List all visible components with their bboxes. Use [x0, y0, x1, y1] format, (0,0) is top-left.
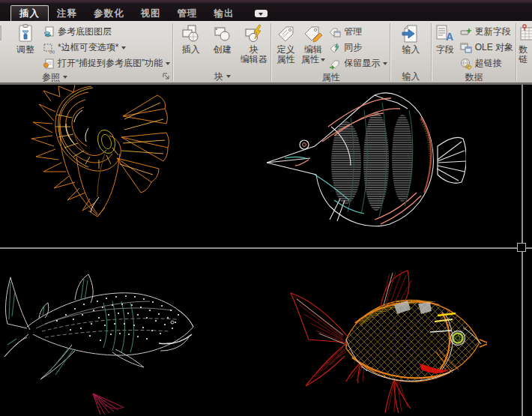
- block-create-button[interactable]: 创建: [207, 22, 238, 55]
- block-create-icon: [213, 24, 232, 43]
- data-link-button[interactable]: 数 链: [517, 22, 532, 64]
- update-fields-button[interactable]: 更新字段: [458, 24, 516, 40]
- drawing-canvas[interactable]: [0, 85, 532, 416]
- sync-attributes-label: 同步: [344, 41, 362, 54]
- panel-label-data: 数据: [432, 71, 516, 83]
- crosshair-pickbox: [517, 243, 526, 252]
- data-link-icon: [519, 24, 532, 43]
- drawing-butterflyfish[interactable]: [262, 88, 466, 235]
- panel-block: 插入 创建 块 编辑器 块: [174, 21, 270, 82]
- block-create-label: 创建: [214, 45, 232, 55]
- drawing-goldfish[interactable]: [283, 268, 498, 415]
- ole-object-label: OLE 对象: [475, 41, 513, 54]
- data-link-label-line2: 链: [519, 55, 528, 64]
- ribbon: 裁 调整: [0, 21, 532, 85]
- retain-display-label: 保留显示: [344, 57, 380, 70]
- frames-vary-label: *边框可变选项*: [58, 41, 118, 54]
- update-fields-label: 更新字段: [475, 25, 511, 38]
- tab-annotate[interactable]: 注释: [49, 6, 85, 21]
- panel-data: A 字段 更新字段 OLE 对象: [432, 21, 516, 82]
- block-editor-button[interactable]: 块 编辑器: [238, 22, 270, 64]
- edit-attributes-label-line2: 属性: [301, 55, 319, 64]
- snap-to-underlay-label: 打开“捕捉到参考底图”功能: [58, 57, 163, 70]
- sync-attributes-button[interactable]: 同步: [327, 40, 390, 55]
- dropdown-arrow-icon: [166, 62, 170, 67]
- retain-display-button[interactable]: 保留显示: [327, 55, 390, 71]
- panel-attributes: 定义 属性 编辑 属性: [272, 21, 390, 82]
- dropdown-arrow-icon: [383, 62, 387, 67]
- svg-text:(x): (x): [49, 49, 55, 54]
- tab-output[interactable]: 输出: [206, 6, 243, 21]
- frames-icon: (x): [43, 42, 55, 54]
- panel-reference: 裁 调整: [0, 21, 172, 82]
- svg-text:A: A: [446, 31, 453, 43]
- ribbon-tab-bar: 插入 注释 参数化 视图 管理 输出: [0, 0, 532, 21]
- ribbon-options-icon: [259, 13, 263, 18]
- ole-object-button[interactable]: OLE 对象: [458, 40, 516, 55]
- panel-import: 输入 输入: [391, 21, 430, 82]
- panel-label-reference-text: 参照: [42, 71, 60, 84]
- autocad-window: 插入 注释 参数化 视图 管理 输出 裁: [0, 0, 532, 416]
- frames-vary-button[interactable]: (x) *边框可变选项*: [40, 40, 172, 55]
- dropdown-arrow-icon: [121, 46, 126, 52]
- panel-link-extract-clipped: 数 链: [517, 21, 532, 82]
- panel-expand-arrow-icon: [226, 75, 231, 80]
- panel-label-reference[interactable]: 参照: [0, 71, 172, 83]
- tab-manage[interactable]: 管理: [169, 6, 206, 21]
- tab-insert[interactable]: 插入: [10, 5, 49, 21]
- hyperlink-icon: [460, 58, 472, 70]
- underlay-layers-icon: [43, 26, 55, 38]
- drawing-conch-shell[interactable]: [10, 85, 169, 220]
- tab-view[interactable]: 视图: [133, 6, 169, 21]
- block-insert-label: 插入: [182, 45, 200, 55]
- ribbon-options-button[interactable]: [255, 10, 267, 17]
- tab-parametric[interactable]: 参数化: [85, 6, 133, 21]
- field-button-label: 字段: [436, 45, 454, 55]
- panel-launcher-icon[interactable]: [163, 73, 170, 80]
- block-insert-button[interactable]: 插入: [175, 22, 207, 55]
- dropdown-arrow-icon: [321, 58, 325, 64]
- clip-button[interactable]: 裁: [0, 22, 10, 55]
- panel-label-block-text: 块: [214, 70, 223, 83]
- block-editor-icon: [244, 24, 264, 43]
- adjust-button-label: 调整: [16, 45, 34, 55]
- ole-object-icon: [460, 42, 472, 54]
- block-editor-label-line2: 编辑器: [241, 55, 267, 64]
- snap-underlay-icon: [43, 58, 55, 70]
- hyperlink-button[interactable]: 超链接: [458, 55, 516, 71]
- manage-attributes-icon: [329, 26, 341, 38]
- snap-to-underlay-button[interactable]: 打开“捕捉到参考底图”功能: [40, 55, 172, 71]
- adjust-button[interactable]: 调整: [10, 22, 40, 55]
- import-button-label: 输入: [402, 45, 420, 55]
- panel-label-attributes: 属性: [272, 71, 390, 83]
- update-fields-icon: [460, 26, 472, 38]
- field-button[interactable]: A 字段: [432, 22, 458, 55]
- retain-display-icon: [329, 58, 341, 70]
- edit-attributes-icon: [303, 24, 323, 43]
- crosshair-horizontal-line: [0, 247, 532, 249]
- drawing-magenta-fin-fragment[interactable]: [87, 392, 129, 416]
- panel-expand-arrow-icon: [63, 76, 67, 81]
- import-icon: [402, 24, 421, 43]
- define-attributes-label-line2: 属性: [277, 55, 295, 64]
- import-button[interactable]: 输入: [396, 22, 427, 55]
- sync-attributes-icon: [329, 42, 341, 54]
- manage-attributes-button[interactable]: 管理: [327, 24, 390, 40]
- manage-attributes-label: 管理: [344, 25, 362, 38]
- edit-attributes-button[interactable]: 编辑 属性: [300, 22, 327, 64]
- clip-icon: [0, 24, 5, 43]
- drawing-whale-shark[interactable]: [0, 271, 199, 385]
- panel-label-import-text: 输入: [402, 70, 420, 83]
- block-insert-icon: [181, 24, 201, 43]
- underlay-layers-button[interactable]: 参考底图图层: [40, 24, 172, 40]
- panel-label-import: 输入: [391, 70, 430, 82]
- panel-label-block[interactable]: 块: [174, 70, 270, 82]
- panel-label-attributes-text: 属性: [322, 71, 340, 84]
- define-attributes-button[interactable]: 定义 属性: [272, 22, 300, 64]
- define-attributes-icon: [276, 24, 296, 43]
- underlay-layers-label: 参考底图图层: [58, 25, 112, 38]
- field-icon: A: [435, 24, 455, 43]
- panel-label-data-text: 数据: [465, 71, 483, 84]
- hyperlink-label: 超链接: [475, 57, 502, 70]
- adjust-icon: [16, 24, 35, 43]
